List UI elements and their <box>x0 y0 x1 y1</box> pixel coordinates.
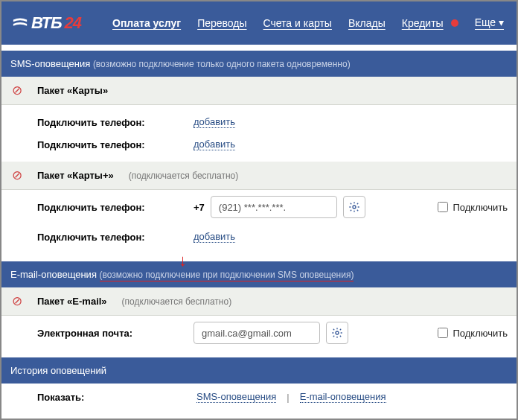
svg-point-1 <box>336 331 339 334</box>
history-title: История оповещений <box>10 365 106 376</box>
sms-pkg2-hint: (подключается бесплатно) <box>129 171 239 181</box>
sms-connect-checkbox[interactable] <box>438 202 448 212</box>
email-row-label: Электронная почта: <box>37 328 186 339</box>
email-settings-button[interactable] <box>326 322 348 344</box>
sms-pkg2-row1-label: Подключить телефон: <box>37 202 186 213</box>
email-section-header: E-mail-оповещения (возможно подключение … <box>1 261 517 287</box>
nav-transfers[interactable]: Переводы <box>197 17 246 29</box>
notification-badge <box>451 19 458 27</box>
sms-connect[interactable]: Подключить <box>438 202 508 213</box>
sms-connect-label: Подключить <box>453 202 508 213</box>
history-show-label: Показать: <box>37 392 186 403</box>
prohibit-icon: ⊘ <box>12 169 22 182</box>
history-email-link[interactable]: E-mail-оповещения <box>300 391 386 403</box>
logo-text-2: 24 <box>65 13 81 33</box>
nav-more-label: Еще <box>475 16 496 28</box>
phone-prefix: +7 <box>194 202 205 213</box>
nav-more[interactable]: Еще ▾ <box>475 16 505 30</box>
svg-point-0 <box>353 206 356 209</box>
sms-pkg2-add[interactable]: добавить <box>194 231 235 243</box>
phone-input[interactable] <box>211 196 337 218</box>
sms-pkg1-row1-label: Подключить телефон: <box>37 117 186 128</box>
annotation-arrow-icon: ↓ <box>179 251 187 270</box>
email-connect[interactable]: Подключить <box>438 328 508 339</box>
email-section-sub: (возможно подключение при подключении SM… <box>100 270 354 281</box>
nav-payments[interactable]: Оплата услуг <box>112 17 181 29</box>
sms-section-sub: (возможно подключение только одного паке… <box>93 59 351 69</box>
email-pkg-head: ⊘ Пакет «E-mail» (подключается бесплатно… <box>1 287 517 316</box>
gear-icon <box>348 201 360 213</box>
gear-icon <box>331 327 343 339</box>
sms-pkg1-add2[interactable]: добавить <box>194 139 235 150</box>
sms-pkg1-body: Подключить телефон: добавить Подключить … <box>1 105 517 162</box>
sms-pkg2-body: Подключить телефон: +7 Подключить Подклю… <box>1 190 517 254</box>
history-section-header: История оповещений <box>1 357 517 384</box>
email-pkg-title: Пакет «E-mail» <box>37 296 107 307</box>
sms-pkg1-add1[interactable]: добавить <box>194 116 235 128</box>
phone-settings-button[interactable] <box>343 196 365 218</box>
email-input[interactable] <box>194 322 320 344</box>
email-pkg-hint: (подключается бесплатно) <box>122 296 232 307</box>
sms-pkg1-row2-label: Подключить телефон: <box>37 139 186 150</box>
prohibit-icon: ⊘ <box>12 84 22 97</box>
sms-section-title: SMS-оповещения <box>10 58 90 69</box>
email-connect-checkbox[interactable] <box>438 328 448 338</box>
nav-accounts[interactable]: Счета и карты <box>263 17 332 29</box>
email-section-title: E-mail-оповещения <box>10 269 97 280</box>
nav-deposits[interactable]: Вклады <box>348 17 386 29</box>
sms-pkg2-title: Пакет «Карты+» <box>37 170 114 181</box>
sms-pkg1-title: Пакет «Карты» <box>37 85 108 96</box>
logo: ВТБ24 <box>12 13 81 33</box>
history-body: Показать: SMS-оповещения | E-mail-оповещ… <box>1 384 517 413</box>
chevron-down-icon: ▾ <box>499 16 504 28</box>
sms-pkg2-head: ⊘ Пакет «Карты+» (подключается бесплатно… <box>1 162 517 190</box>
top-header: ВТБ24 Оплата услуг Переводы Счета и карт… <box>1 1 517 45</box>
history-sms-link[interactable]: SMS-оповещения <box>196 391 276 403</box>
prohibit-icon: ⊘ <box>12 295 22 308</box>
logo-icon <box>12 15 28 31</box>
logo-text-1: ВТБ <box>31 13 62 33</box>
main-nav: Оплата услуг Переводы Счета и карты Вкла… <box>112 16 504 30</box>
sms-pkg2-row2-label: Подключить телефон: <box>37 232 186 243</box>
sms-pkg1-head: ⊘ Пакет «Карты» <box>1 77 517 105</box>
email-connect-label: Подключить <box>453 328 508 339</box>
nav-credits[interactable]: Кредиты <box>402 17 444 29</box>
sms-section-header: SMS-оповещения (возможно подключение тол… <box>1 51 517 77</box>
history-sep: | <box>287 392 289 403</box>
email-pkg-body: Электронная почта: Подключить <box>1 316 517 350</box>
